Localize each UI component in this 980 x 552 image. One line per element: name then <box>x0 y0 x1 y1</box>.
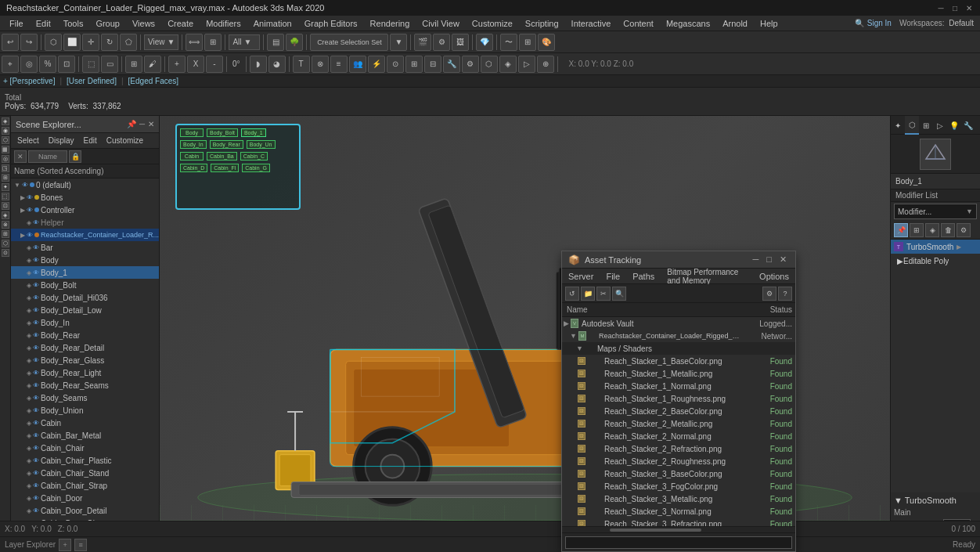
material-editor-button[interactable]: 💎 <box>476 34 493 51</box>
se-item-helper[interactable]: ◈👁 Helper <box>11 216 159 229</box>
transform-gizmo-size-up[interactable]: + <box>168 56 186 73</box>
at-hscrollbar[interactable] <box>562 526 795 532</box>
menu-animation[interactable]: Animation <box>247 16 298 31</box>
se-filter-name[interactable]: Name <box>28 150 67 163</box>
at-settings-button[interactable]: ⚙ <box>762 287 776 301</box>
rp-make-unique-button[interactable]: ◈ <box>925 223 939 237</box>
se-item-bodydetailhi[interactable]: ◈👁 Body_Detail_Hi036 <box>11 291 159 304</box>
at-item-normal1[interactable]: 🖼 Reach_Stacker_1_Normal.png Found <box>562 380 795 392</box>
se-item-bar[interactable]: ◈👁 Bar <box>11 241 159 254</box>
iso-user-grid-button[interactable]: ⊞ <box>125 56 142 73</box>
mirror-button[interactable]: ⟺ <box>186 34 203 51</box>
left-tool-7[interactable]: ⊞ <box>2 174 9 182</box>
se-item-cabindoor[interactable]: ◈👁 Cabin_Door <box>11 492 159 504</box>
se-item-bodyrear[interactable]: ◈👁 Body_Rear <box>11 329 159 341</box>
menu-create[interactable]: Create <box>161 16 200 31</box>
menu-content[interactable]: Content <box>617 16 660 31</box>
menu-modifiers[interactable]: Modifiers <box>200 16 247 31</box>
xview-button[interactable]: ⊗ <box>312 56 329 73</box>
se-item-body[interactable]: ◈👁 Body <box>11 254 159 266</box>
se-menu-customize[interactable]: Customize <box>103 136 146 145</box>
paint-soft-button[interactable]: ◕ <box>268 56 286 73</box>
transform-gizmo-size-down[interactable]: - <box>206 56 223 73</box>
angle-snap-button[interactable]: ◎ <box>20 56 38 73</box>
se-item-bodyrearlight[interactable]: ◈👁 Body_Rear_Light <box>11 366 159 379</box>
modifier-dropdown[interactable]: Modifier... ▼ <box>894 204 977 219</box>
at-menu-bitmap[interactable]: Bitmap Performance and Memory <box>661 269 753 284</box>
at-item-roughness1[interactable]: 🖼 Reach_Stacker_1_Roughness.png Found <box>562 392 795 405</box>
se-item-cabinchairplastic[interactable]: ◈👁 Cabin_Chair_Plastic <box>11 454 159 467</box>
hierarchy-tab[interactable]: ⊞ <box>919 116 933 135</box>
layer-settings-button[interactable]: ≡ <box>74 539 87 551</box>
se-item-cabinchairstand[interactable]: ◈👁 Cabin_Chair_Stand <box>11 467 159 479</box>
extra3-button[interactable]: ⊞ <box>405 56 423 73</box>
at-item-basecolor2[interactable]: 🖼 Reach_Stacker_2_BaseColor.png Found <box>562 405 795 417</box>
rp-remove-mod-button[interactable]: 🗑 <box>941 223 955 237</box>
viewport-projection-label[interactable]: + [Perspective] <box>3 77 55 85</box>
move-button[interactable]: ✛ <box>82 34 99 51</box>
align-button[interactable]: ⊞ <box>204 34 222 51</box>
at-item-fogcolor3[interactable]: 🖼 Reach_Stacker_3_FogColor.png Found <box>562 480 795 492</box>
at-item-basecolor1[interactable]: 🖼 Reach_Stacker_1_BaseColor.png Found <box>562 355 795 367</box>
menu-group[interactable]: Group <box>89 16 126 31</box>
at-strip-path-button[interactable]: ✂ <box>596 287 611 301</box>
se-item-cabin[interactable]: ◈👁 Cabin <box>11 417 159 429</box>
se-item-cabindoordetail[interactable]: ◈👁 Cabin_Door_Detail <box>11 504 159 517</box>
menu-customize[interactable]: Customize <box>466 16 519 31</box>
viewport-display-label[interactable]: [Edged Faces] <box>128 77 178 85</box>
left-tool-14[interactable]: ⬡ <box>2 240 9 247</box>
se-item-bodyglass[interactable]: ◈👁 Body_Rear_Glass <box>11 354 159 366</box>
se-menu-display[interactable]: Display <box>45 136 77 145</box>
at-item-normal3[interactable]: 🖼 Reach_Stacker_3_Normal.png Found <box>562 505 795 518</box>
left-tool-9[interactable]: ⬚ <box>2 193 9 200</box>
menu-civil-view[interactable]: Civil View <box>416 16 465 31</box>
scene-explorer-pin-button[interactable]: 📌 <box>127 120 136 128</box>
window-button[interactable]: ▭ <box>101 56 118 73</box>
se-item-bodyrearseams[interactable]: ◈👁 Body_Rear_Seams <box>11 379 159 391</box>
se-menu-edit[interactable]: Edit <box>81 136 100 145</box>
display-tab[interactable]: 💡 <box>947 116 961 135</box>
scale-button[interactable]: ⬠ <box>120 34 137 51</box>
rp-pin-stack-button[interactable]: 📌 <box>894 223 908 237</box>
se-filter-lock[interactable]: 🔒 <box>69 150 81 163</box>
se-item-body1[interactable]: ◈👁 Body_1 <box>11 266 159 279</box>
at-item-metallic3[interactable]: 🖼 Reach_Stacker_3_Metallic.png Found <box>562 492 795 505</box>
se-item-0default[interactable]: ▼👁 0 (default) <box>11 179 159 191</box>
crossing-button[interactable]: ⬚ <box>82 56 99 73</box>
utilities-tab[interactable]: 🔧 <box>961 116 975 135</box>
at-menu-server[interactable]: Server <box>562 269 600 284</box>
at-set-path-button[interactable]: 📁 <box>581 287 595 301</box>
viewport-user-label[interactable]: [User Defined] <box>67 77 117 85</box>
create-selection-set-button[interactable]: Create Selection Set <box>310 34 388 51</box>
se-item-bodyin[interactable]: ◈👁 Body_In <box>11 316 159 329</box>
at-item-refraction3[interactable]: 🖼 Reach_Stacker_3_Refraction.png Found <box>562 518 795 526</box>
mod-item-editable-poly[interactable]: ▶ Editable Poly <box>891 254 980 268</box>
asset-tracking-search-input[interactable] <box>565 536 792 549</box>
left-tool-6[interactable]: ◳ <box>2 164 9 172</box>
menu-file[interactable]: File <box>3 16 30 31</box>
left-tool-13[interactable]: ⊞ <box>2 230 9 238</box>
menu-scripting[interactable]: Scripting <box>519 16 565 31</box>
extra4-button[interactable]: ⊟ <box>424 56 441 73</box>
scene-explorer-close-button[interactable]: ✕ <box>148 120 154 128</box>
at-item-normal2[interactable]: 🖼 Reach_Stacker_2_Normal.png Found <box>562 430 795 442</box>
at-menu-file[interactable]: File <box>600 269 626 284</box>
se-menu-select[interactable]: Select <box>14 136 42 145</box>
select-region-button[interactable]: ⬜ <box>63 34 81 51</box>
left-tool-12[interactable]: ⊗ <box>2 221 9 229</box>
at-reload-button[interactable]: ↺ <box>565 287 579 301</box>
soft-selection-button[interactable]: ◗ <box>250 56 267 73</box>
menu-megascans[interactable]: Megascans <box>660 16 716 31</box>
reference-system-dropdown[interactable]: View▼ <box>144 34 178 50</box>
rp-configure-mod-sets[interactable]: ⚙ <box>957 223 971 237</box>
extra7-button[interactable]: ⬡ <box>481 56 498 73</box>
menu-views[interactable]: Views <box>126 16 161 31</box>
se-filter-close[interactable]: ✕ <box>14 150 27 163</box>
at-menu-options[interactable]: Options <box>753 269 795 284</box>
at-resolve-button[interactable]: 🔍 <box>612 287 626 301</box>
extra9-button[interactable]: ▷ <box>518 56 535 73</box>
at-maximize-button[interactable]: □ <box>764 254 774 265</box>
transform-gizmo-toggle[interactable]: X <box>187 56 204 73</box>
redo-button[interactable]: ↪ <box>20 34 38 51</box>
layer-add-button[interactable]: + <box>59 539 71 551</box>
